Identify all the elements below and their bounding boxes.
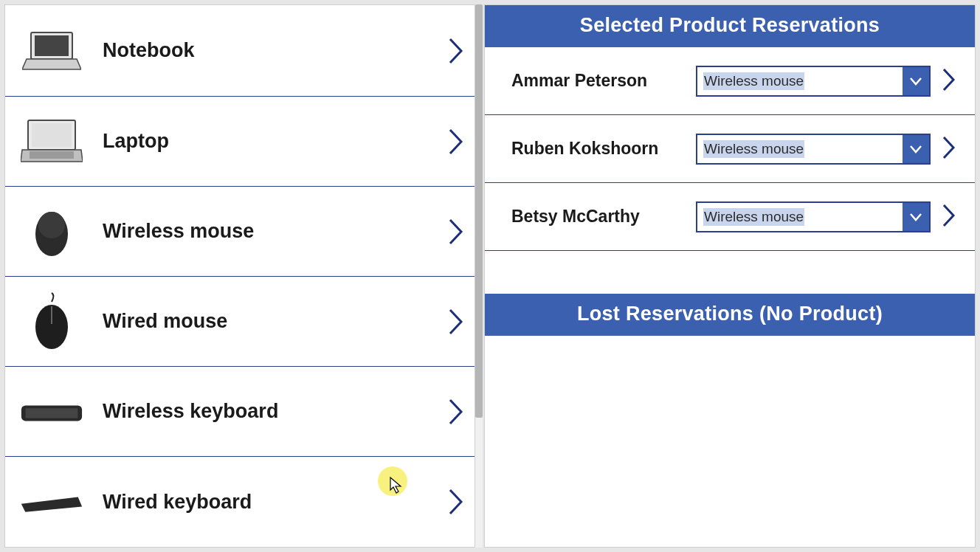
product-thumb-wired-keyboard bbox=[20, 473, 83, 531]
chevron-right-icon bbox=[448, 398, 464, 426]
app-root: Notebook Laptop bbox=[0, 0, 980, 552]
product-dropdown[interactable]: Wireless mouse bbox=[696, 201, 931, 232]
product-thumb-wireless-keyboard bbox=[20, 383, 83, 441]
product-label: Wireless keyboard bbox=[83, 400, 448, 423]
chevron-down-icon[interactable] bbox=[903, 67, 929, 95]
scrollbar-thumb[interactable] bbox=[475, 4, 483, 418]
product-label: Wireless mouse bbox=[83, 220, 448, 243]
reservation-row: Betsy McCarthy Wireless mouse bbox=[485, 183, 975, 251]
reserver-name: Betsy McCarthy bbox=[511, 207, 696, 227]
product-thumb-wireless-mouse bbox=[20, 203, 83, 261]
chevron-right-icon bbox=[448, 308, 464, 336]
chevron-right-icon[interactable] bbox=[942, 68, 957, 94]
product-row[interactable]: Wired mouse bbox=[5, 277, 475, 367]
lost-reservations-header: Lost Reservations (No Product) bbox=[485, 294, 975, 336]
chevron-right-icon[interactable] bbox=[942, 136, 957, 162]
svg-marker-2 bbox=[22, 59, 81, 69]
reserver-name: Ammar Peterson bbox=[511, 71, 696, 91]
spacer bbox=[485, 251, 975, 294]
product-dropdown[interactable]: Wireless mouse bbox=[696, 134, 931, 165]
product-row[interactable]: Wireless keyboard bbox=[5, 367, 475, 457]
chevron-right-icon bbox=[448, 37, 464, 65]
svg-rect-6 bbox=[30, 151, 74, 159]
product-list-panel: Notebook Laptop bbox=[4, 4, 475, 548]
product-thumb-wired-mouse bbox=[20, 293, 83, 351]
product-row[interactable]: Laptop bbox=[5, 97, 475, 187]
reservation-row: Ammar Peterson Wireless mouse bbox=[485, 47, 975, 115]
product-row[interactable]: Wireless mouse bbox=[5, 187, 475, 277]
selected-reservations-header: Selected Product Reservations bbox=[485, 5, 975, 47]
chevron-down-icon[interactable] bbox=[903, 135, 929, 163]
dropdown-value: Wireless mouse bbox=[697, 203, 903, 231]
product-label: Wired keyboard bbox=[83, 491, 448, 514]
chevron-right-icon bbox=[448, 488, 464, 516]
chevron-down-icon[interactable] bbox=[903, 203, 929, 231]
product-row[interactable]: Notebook bbox=[5, 5, 475, 97]
chevron-right-icon bbox=[448, 128, 464, 156]
svg-point-8 bbox=[38, 212, 65, 238]
svg-rect-4 bbox=[32, 123, 72, 147]
reservations-panel: Selected Product Reservations Ammar Pete… bbox=[484, 4, 976, 548]
product-thumb-notebook bbox=[20, 22, 83, 80]
product-label: Wired mouse bbox=[83, 310, 448, 333]
product-thumb-laptop bbox=[20, 113, 83, 170]
reservation-row: Ruben Kokshoorn Wireless mouse bbox=[485, 115, 975, 183]
product-dropdown[interactable]: Wireless mouse bbox=[696, 66, 931, 97]
reserver-name: Ruben Kokshoorn bbox=[511, 139, 696, 159]
svg-rect-1 bbox=[35, 35, 69, 56]
product-label: Laptop bbox=[83, 130, 448, 153]
chevron-right-icon bbox=[448, 218, 464, 246]
scrollbar-track[interactable] bbox=[475, 4, 483, 548]
svg-rect-12 bbox=[26, 408, 78, 418]
product-row[interactable]: Wired keyboard bbox=[5, 457, 475, 547]
dropdown-value: Wireless mouse bbox=[697, 135, 903, 163]
dropdown-value: Wireless mouse bbox=[697, 67, 903, 95]
product-label: Notebook bbox=[83, 39, 448, 62]
chevron-right-icon[interactable] bbox=[942, 204, 957, 230]
svg-marker-13 bbox=[21, 497, 82, 512]
